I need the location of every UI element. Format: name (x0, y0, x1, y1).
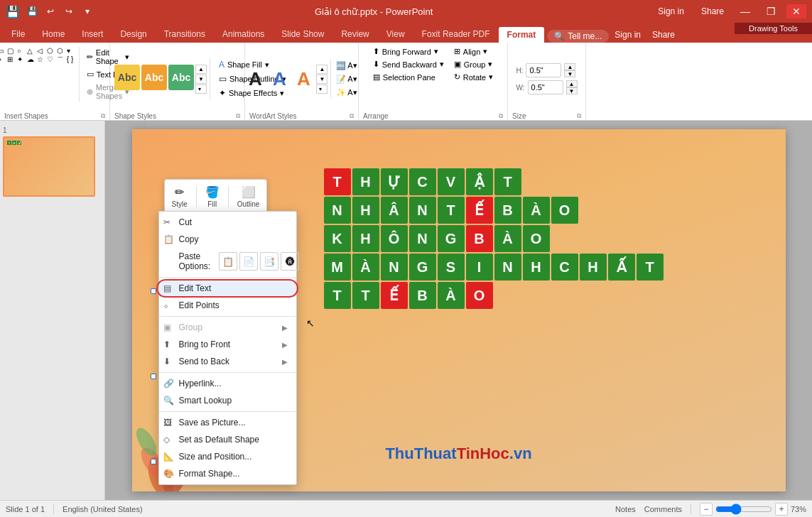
swatch-yellow[interactable]: Abc (114, 65, 140, 90)
minimize-button[interactable]: — (735, 4, 755, 18)
notes-button[interactable]: Notes (615, 505, 636, 513)
ctx-default-shape[interactable]: ◇ Set as Default Shape (159, 431, 296, 448)
tab-review[interactable]: Review (332, 26, 377, 43)
tab-file[interactable]: File (3, 26, 33, 43)
align-arrow[interactable]: ▾ (483, 47, 487, 56)
ctx-smart-lookup[interactable]: 🔍 Smart Lookup (159, 392, 296, 409)
tab-transitions[interactable]: Transitions (156, 26, 214, 43)
signin-button[interactable]: Sign in (652, 4, 690, 18)
customize-button[interactable]: ▾ (80, 4, 95, 19)
ctx-group[interactable]: ▣ Group ▶ (159, 319, 296, 336)
zoom-out-button[interactable]: − (700, 503, 713, 516)
height-down[interactable]: ▼ (564, 70, 575, 77)
shape-9[interactable]: ♡ (47, 55, 56, 65)
maximize-button[interactable]: ❐ (761, 4, 781, 18)
swatch-up[interactable]: ▲ (195, 65, 207, 74)
bring-forward-button[interactable]: ⬆ Bring Forward ▾ (370, 45, 447, 58)
shape-rect[interactable]: ▭ (0, 47, 6, 55)
align-button[interactable]: ⊞ Align ▾ (451, 45, 496, 58)
send-backward-arrow[interactable]: ▾ (440, 60, 444, 69)
paste-btn-3[interactable]: 📑 (260, 252, 278, 271)
wordart-a1[interactable]: A (244, 67, 266, 90)
wordart-up[interactable]: ▲ (316, 65, 327, 74)
ctx-save-picture[interactable]: 🖼 Save as Picture... (159, 414, 296, 431)
ctx-format-shape[interactable]: 🎨 Format Shape... (159, 465, 296, 482)
paste-btn-1[interactable]: 📋 (219, 252, 237, 271)
shape-tri[interactable]: △ (27, 47, 36, 55)
ctx-edit-points[interactable]: ⬦ Edit Points (159, 297, 296, 314)
shape-5[interactable]: ⊞ (7, 55, 16, 65)
handle-tl[interactable] (151, 288, 156, 294)
tab-format[interactable]: Format (499, 27, 545, 43)
shape-rtri[interactable]: ◁ (37, 47, 46, 55)
paste-btn-4[interactable]: 🅐 (281, 252, 299, 271)
wordart-a3[interactable]: A (292, 67, 315, 90)
shape-10[interactable]: ⌒ (57, 55, 66, 65)
handle-ml[interactable] (151, 374, 156, 379)
ctx-copy[interactable]: 📋 Copy (159, 231, 296, 248)
send-backward-button[interactable]: ⬇ Send Backward ▾ (370, 58, 447, 70)
swatch-orange[interactable]: Abc (141, 65, 167, 90)
ctx-send-back[interactable]: ⬇ Send to Back ▶ (159, 353, 296, 370)
shape-11[interactable]: { } (67, 55, 76, 65)
shape-oval[interactable]: ○ (17, 47, 26, 55)
tab-home[interactable]: Home (33, 26, 73, 43)
handle-bl[interactable] (151, 459, 156, 464)
shape-rounded[interactable]: ▢ (7, 47, 16, 55)
comments-button[interactable]: Comments (644, 505, 682, 513)
slide[interactable]: T H Ự C V Ậ T N H Â N T Ế B À (132, 129, 786, 491)
shape-more[interactable]: ▾ (67, 47, 76, 55)
wordart-down[interactable]: ▼ (316, 75, 327, 84)
ctx-hyperlink[interactable]: 🔗 Hyperlink... (159, 375, 296, 392)
shape-8[interactable]: ☆ (37, 55, 46, 65)
zoom-in-button[interactable]: + (775, 503, 788, 516)
save-button[interactable]: 💾 (24, 4, 40, 19)
zoom-slider[interactable] (715, 504, 772, 515)
shape-pent[interactable]: ⬠ (47, 47, 56, 55)
height-input[interactable] (526, 63, 561, 77)
width-input[interactable] (528, 80, 563, 94)
mini-tool-outline[interactable]: ⬜ Outline (234, 184, 263, 209)
swatch-down[interactable]: ▼ (195, 75, 207, 84)
insert-shapes-expand[interactable]: ⧉ (101, 112, 105, 120)
tab-animations[interactable]: Animations (214, 26, 273, 43)
tell-me[interactable]: 🔍 Tell me... (547, 30, 609, 43)
slide-thumbnail[interactable]: T H Ự (3, 136, 95, 197)
group-arrow[interactable]: ▾ (488, 60, 492, 69)
height-up[interactable]: ▲ (564, 63, 575, 70)
arrange-expand[interactable]: ⧉ (499, 112, 503, 120)
close-button[interactable]: ✕ (786, 4, 806, 18)
sign-in-tab[interactable]: Sign in (609, 27, 646, 43)
share-tab[interactable]: Share (646, 27, 681, 43)
tab-view[interactable]: View (378, 26, 413, 43)
redo-button[interactable]: ↪ (61, 4, 77, 19)
mini-tool-style[interactable]: ✏ Style (169, 184, 190, 209)
text-outline-button[interactable]: 📝A▾ (334, 73, 359, 85)
tab-slideshow[interactable]: Slide Show (273, 26, 332, 43)
bring-forward-arrow[interactable]: ▾ (434, 47, 438, 56)
rotate-button[interactable]: ↻ Rotate ▾ (451, 71, 496, 83)
text-effects-button[interactable]: ✨A▾ (334, 87, 359, 99)
share-button[interactable]: Share (695, 4, 730, 18)
wordart-a2[interactable]: A (268, 67, 291, 90)
swatch-green[interactable]: Abc (168, 65, 194, 90)
shape-4[interactable]: ⋄ (0, 55, 6, 65)
wordart-expand[interactable]: ⧉ (350, 112, 354, 120)
wordart-more[interactable]: ▾ (316, 85, 327, 94)
text-fill-button[interactable]: 🔤A▾ (334, 60, 359, 72)
ctx-edit-text[interactable]: ▤ Edit Text (159, 280, 296, 297)
mini-tool-fill[interactable]: 🪣 Fill (202, 184, 222, 209)
tab-insert[interactable]: Insert (73, 26, 112, 43)
ctx-cut[interactable]: ✂ Cut (159, 214, 296, 231)
ctx-bring-front[interactable]: ⬆ Bring to Front ▶ (159, 336, 296, 353)
shape-styles-expand[interactable]: ⧉ (236, 112, 240, 120)
swatch-more[interactable]: ▾ (195, 85, 207, 94)
shape-7[interactable]: ☁ (27, 55, 36, 65)
width-up[interactable]: ▲ (566, 80, 578, 87)
undo-button[interactable]: ↩ (43, 4, 58, 19)
tab-foxit[interactable]: Foxit Reader PDF (413, 26, 499, 43)
shape-6[interactable]: ✦ (17, 55, 26, 65)
group-button[interactable]: ▣ Group ▾ (451, 58, 496, 70)
tab-design[interactable]: Design (112, 26, 155, 43)
size-expand[interactable]: ⧉ (577, 112, 581, 120)
